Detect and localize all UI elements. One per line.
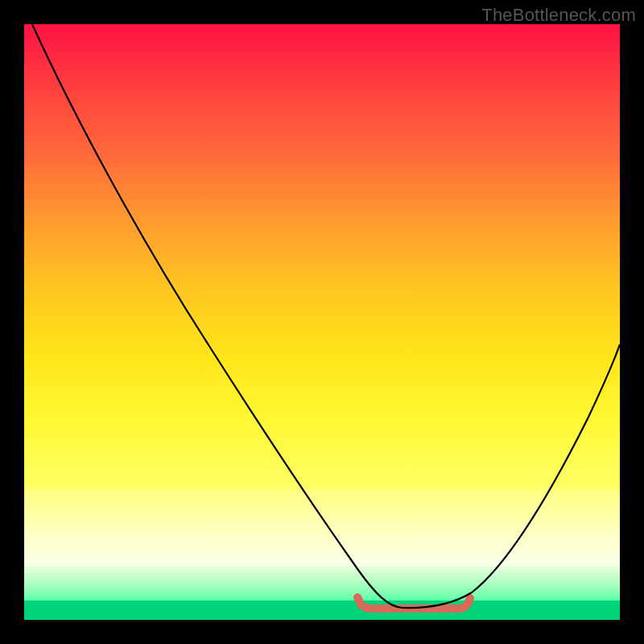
chart-frame: TheBottleneck.com [0, 0, 644, 644]
plot-area [24, 24, 620, 620]
chart-svg [24, 24, 620, 620]
bottleneck-curve [32, 24, 620, 608]
optimal-range-marker [357, 597, 470, 609]
watermark-text: TheBottleneck.com [481, 5, 636, 26]
